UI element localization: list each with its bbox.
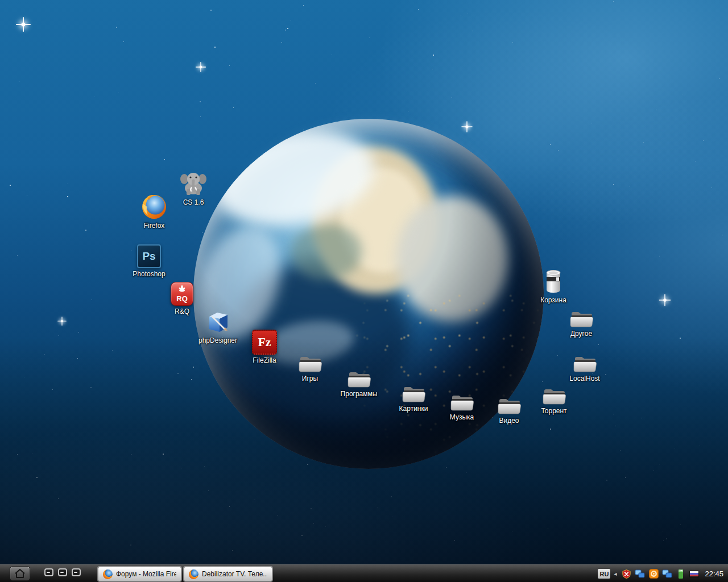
taskbar-window-debilizator[interactable]: Debilizator TV. Теле... xyxy=(184,567,272,581)
icon-label: Photoshop xyxy=(133,270,165,278)
icon-label: LocalHost xyxy=(569,375,599,383)
folder-icon xyxy=(541,386,566,405)
icon-label: CS 1.6 xyxy=(183,198,204,206)
home-icon xyxy=(14,568,26,579)
desktop-icon-music[interactable]: Музыка xyxy=(436,392,487,421)
desktop-icon-localhost[interactable]: LocalHost xyxy=(559,354,610,383)
start-button[interactable] xyxy=(10,566,30,581)
tray-collapse-arrow-icon[interactable]: ◂ xyxy=(614,571,617,577)
window-title: Debilizator TV. Теле... xyxy=(202,570,267,578)
fz-badge: Fz xyxy=(258,335,271,350)
desktop-icon-recycle-bin[interactable]: Корзина xyxy=(528,269,579,304)
antivirus-shield-icon[interactable] xyxy=(621,569,631,579)
icon-label: Видео xyxy=(499,417,519,425)
icon-label: Картинки xyxy=(399,405,428,413)
desktop-icon-video[interactable]: Видео xyxy=(483,396,535,425)
folder-icon xyxy=(449,392,474,411)
desktop-icon-pictures[interactable]: Картинки xyxy=(388,384,439,413)
icon-label: Торрент xyxy=(541,407,566,415)
icon-label: Музыка xyxy=(450,413,474,421)
usb-flash-icon[interactable] xyxy=(676,569,686,579)
photoshop-icon: Ps xyxy=(137,244,161,268)
system-tray: RU ◂ xyxy=(598,565,723,582)
window-icon[interactable] xyxy=(58,568,67,576)
icon-label: Программы xyxy=(341,390,378,398)
filezilla-stamp-icon: Fz xyxy=(252,330,277,355)
rq-badge: RQ xyxy=(176,296,188,302)
desktop-icon-games[interactable]: Игры xyxy=(284,354,336,383)
icon-label: FileZilla xyxy=(253,356,276,364)
desktop-wallpaper: CS 1.6 Firefox xyxy=(0,0,728,582)
folder-icon xyxy=(572,354,597,373)
window-icon[interactable] xyxy=(72,568,81,576)
window-title: Форум - Mozilla Fire... xyxy=(116,570,176,578)
russian-flag-icon[interactable] xyxy=(689,571,699,577)
firefox-icon xyxy=(189,569,198,579)
folder-icon xyxy=(297,354,322,373)
desktop-icon-firefox[interactable]: Firefox xyxy=(129,194,180,230)
desktop-icon-torrent[interactable]: Торрент xyxy=(528,386,580,415)
folder-icon xyxy=(401,384,426,403)
desktop-icon-programs[interactable]: Программы xyxy=(333,369,384,398)
desktop-icon-photoshop[interactable]: Ps Photoshop xyxy=(123,244,175,278)
desktop-icon-filezilla[interactable]: Fz FileZilla xyxy=(239,330,290,364)
folder-icon xyxy=(569,309,594,328)
firefox-icon xyxy=(141,194,167,220)
icon-label: Firefox xyxy=(144,222,165,230)
folder-icon xyxy=(346,369,371,388)
tray-clock[interactable]: 22:45 xyxy=(705,569,723,578)
icon-label: Игры xyxy=(302,375,318,383)
elephant-icon xyxy=(180,171,207,197)
trash-bin-icon xyxy=(544,269,562,294)
network-computers-icon[interactable] xyxy=(662,569,672,579)
ps-badge: Ps xyxy=(142,250,155,263)
window-icon[interactable] xyxy=(44,568,53,576)
taskbar: Форум - Mozilla Fire... Debilizator TV. … xyxy=(0,564,728,582)
folder-icon xyxy=(497,396,522,415)
desktop-icon-other[interactable]: Другое xyxy=(556,309,607,338)
network-computers-icon[interactable] xyxy=(635,569,645,579)
language-indicator[interactable]: RU xyxy=(598,569,610,579)
rq-icon: RQ xyxy=(171,282,193,306)
firefox-icon xyxy=(103,569,113,579)
blue-box-pencil-icon xyxy=(205,310,231,335)
bottom-vignette xyxy=(0,0,728,582)
icon-label: Корзина xyxy=(540,296,566,304)
orange-ring-app-icon[interactable] xyxy=(648,569,659,579)
desktop-icon-phpdesigner[interactable]: phpDesigner xyxy=(192,310,243,344)
icon-label: Другое xyxy=(570,330,592,338)
icon-label: R&Q xyxy=(175,307,189,315)
icon-label: phpDesigner xyxy=(198,336,237,344)
quick-launch xyxy=(44,568,81,576)
taskbar-window-forum[interactable]: Форум - Mozilla Fire... xyxy=(98,567,181,581)
